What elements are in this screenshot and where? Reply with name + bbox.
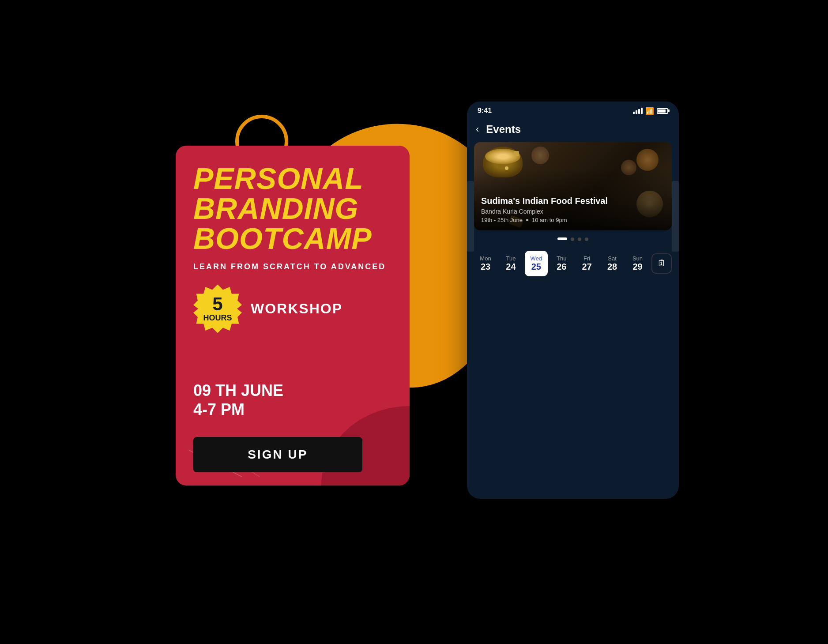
event-info: Sudima's Indian Food Festival Bandra Kur… bbox=[481, 196, 608, 223]
status-time: 9:41 bbox=[478, 107, 492, 115]
carousel-right-indicator bbox=[672, 181, 679, 252]
hours-label: HOURS bbox=[203, 313, 232, 323]
battery-icon bbox=[657, 108, 668, 114]
status-icons: 📶 bbox=[633, 107, 668, 115]
event-time: 10 am to 9pm bbox=[532, 217, 567, 223]
date-item-sun[interactable]: Sun 29 bbox=[626, 251, 649, 276]
day-num-25: 25 bbox=[531, 262, 541, 272]
date-time-section: 09 TH JUNE 4-7 PM bbox=[193, 381, 392, 419]
carousel-left-indicator bbox=[467, 181, 474, 252]
hours-badge: 5 HOURS bbox=[193, 285, 242, 333]
signal-icon bbox=[633, 108, 643, 114]
wifi-icon: 📶 bbox=[645, 107, 654, 115]
day-label-sat: Sat bbox=[608, 255, 617, 262]
carousel-dots bbox=[467, 237, 679, 241]
carousel-dot-4[interactable] bbox=[585, 237, 588, 241]
carousel-dot-2[interactable] bbox=[571, 237, 574, 241]
workshop-label: WORKSHOP bbox=[251, 301, 342, 317]
date-item-thu[interactable]: Thu 26 bbox=[550, 251, 573, 276]
day-label-mon: Mon bbox=[480, 255, 491, 262]
date-item-tue[interactable]: Tue 24 bbox=[499, 251, 522, 276]
date-item-wed[interactable]: Wed 25 bbox=[525, 251, 548, 276]
day-label-fri: Fri bbox=[583, 255, 590, 262]
calendar-icon: 🗓 bbox=[657, 258, 666, 268]
status-bar: 9:41 📶 bbox=[467, 102, 679, 119]
nut-decoration bbox=[636, 149, 659, 171]
date-item-sat[interactable]: Sat 28 bbox=[601, 251, 624, 276]
date-picker-row: Mon 23 Tue 24 Wed 25 Thu 26 Fri 27 Sat 2… bbox=[467, 246, 679, 281]
workshop-row: 5 HOURS WORKSHOP bbox=[193, 285, 392, 333]
event-image: Sudima's Indian Food Festival Bandra Kur… bbox=[474, 142, 672, 230]
day-num-23: 23 bbox=[481, 262, 490, 272]
day-num-26: 26 bbox=[557, 262, 566, 272]
hours-number: 5 bbox=[212, 295, 222, 313]
carousel-dot-1[interactable] bbox=[557, 237, 567, 240]
phone-mockup: 9:41 📶 ‹ Events bbox=[467, 102, 679, 499]
day-label-sun: Sun bbox=[632, 255, 643, 262]
card-subtitle: LEARN FROM SCRATCH TO ADVANCED bbox=[193, 262, 392, 271]
calendar-icon-button[interactable]: 🗓 bbox=[651, 253, 672, 274]
page-title: Events bbox=[486, 123, 521, 136]
back-button[interactable]: ‹ bbox=[476, 124, 479, 135]
signup-button[interactable]: SIGN UP bbox=[193, 437, 362, 472]
event-time: 4-7 PM bbox=[193, 400, 392, 419]
date-item-mon[interactable]: Mon 23 bbox=[474, 251, 497, 276]
dot-separator bbox=[526, 219, 528, 221]
day-label-thu: Thu bbox=[557, 255, 566, 262]
day-num-27: 27 bbox=[582, 262, 592, 272]
date-item-fri[interactable]: Fri 27 bbox=[576, 251, 598, 276]
nut-decoration bbox=[531, 147, 549, 164]
day-num-28: 28 bbox=[607, 262, 617, 272]
day-num-29: 29 bbox=[632, 262, 642, 272]
day-num-24: 24 bbox=[506, 262, 516, 272]
event-name: Sudima's Indian Food Festival bbox=[481, 196, 608, 206]
card-title: PERSONAL BRANDING BOOTCAMP bbox=[193, 163, 392, 253]
day-label-tue: Tue bbox=[506, 255, 516, 262]
day-label-wed: Wed bbox=[531, 255, 542, 262]
event-location: Bandra Kurla Complex bbox=[481, 208, 608, 215]
bootcamp-card: PERSONAL BRANDING BOOTCAMP LEARN FROM SC… bbox=[176, 146, 410, 486]
event-date: 09 TH JUNE bbox=[193, 381, 392, 400]
event-dates: 19th - 25th June bbox=[481, 217, 523, 223]
event-details: 19th - 25th June 10 am to 9pm bbox=[481, 217, 608, 223]
phone-header: ‹ Events bbox=[467, 119, 679, 142]
carousel-dot-3[interactable] bbox=[578, 237, 581, 241]
spice-piece bbox=[514, 151, 519, 156]
event-carousel[interactable]: Sudima's Indian Food Festival Bandra Kur… bbox=[474, 142, 672, 230]
